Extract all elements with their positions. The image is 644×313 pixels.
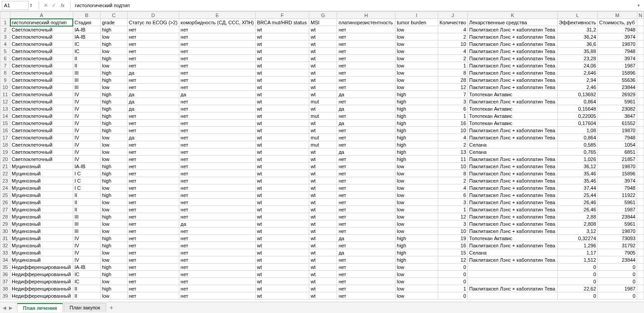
cell[interactable]: low	[395, 285, 438, 292]
add-sheet-button[interactable]: +	[107, 304, 116, 311]
cell[interactable]: high	[395, 105, 438, 112]
row-header[interactable]: 11	[0, 91, 10, 98]
cell[interactable]	[637, 278, 644, 285]
cell[interactable]	[637, 127, 644, 134]
cell[interactable]: low	[101, 228, 128, 235]
cell[interactable]	[637, 26, 644, 33]
cell[interactable]: 7	[438, 91, 468, 98]
row-header[interactable]: 1	[0, 19, 10, 26]
cell[interactable]: IV	[73, 249, 100, 256]
col-header-L[interactable]: L	[557, 12, 598, 19]
cell[interactable]: Недифференцированный	[10, 285, 73, 292]
cell[interactable]: Муцинозный	[10, 199, 73, 206]
cell[interactable]: 12	[438, 213, 468, 220]
cell[interactable]: 2,46	[557, 84, 598, 91]
cell[interactable]: Светлоклеточный	[10, 127, 73, 134]
cell[interactable]: wt	[255, 141, 309, 148]
cell[interactable]: low	[395, 192, 438, 199]
cell[interactable]: Светлоклеточный	[10, 69, 73, 76]
cell[interactable]: 1	[438, 206, 468, 213]
cell[interactable]	[637, 242, 644, 249]
cell[interactable]: mut	[309, 141, 337, 148]
cell[interactable]: Муцинозный	[10, 249, 73, 256]
cell[interactable]: high	[101, 26, 128, 33]
cell[interactable]: Светлоклеточный	[10, 120, 73, 127]
cell[interactable]: wt	[255, 40, 309, 48]
cell[interactable]: 8	[438, 170, 468, 177]
cell[interactable]: Селана	[468, 141, 558, 148]
cell[interactable]: Паклитаксел Лэнс + кабоплатин Тева	[468, 177, 558, 184]
col-header-K[interactable]: K	[468, 12, 558, 19]
cell[interactable]: 0,765	[557, 148, 598, 156]
cell[interactable]: нет	[179, 62, 255, 69]
cell[interactable]: high	[395, 112, 438, 120]
cell[interactable]: нет	[337, 228, 395, 235]
cell[interactable]: нет	[127, 170, 179, 177]
cell[interactable]: Паклитаксел Лэнс + кабоплатин Тева	[468, 33, 558, 40]
cell[interactable]: Светлоклеточный	[10, 156, 73, 163]
cell[interactable]: Светлоклеточный	[10, 112, 73, 120]
cell[interactable]: 13	[438, 148, 468, 156]
cell[interactable]	[637, 62, 644, 69]
cell[interactable]: 12	[438, 256, 468, 264]
cell[interactable]: high	[101, 112, 128, 120]
cell[interactable]: Паклитаксел Лэнс + кабоплатин Тева	[468, 184, 558, 192]
cell[interactable]: 15896	[598, 69, 637, 76]
cell[interactable]: IA-IB	[73, 26, 100, 33]
cell[interactable]: I C	[73, 184, 100, 192]
cell[interactable]: wt	[309, 249, 337, 256]
cell[interactable]: Муцинозный	[10, 163, 73, 170]
cell[interactable]: high	[101, 242, 128, 249]
row-header[interactable]: 21	[0, 163, 10, 170]
tab-nav-prev-icon[interactable]: ◀	[2, 305, 7, 310]
cell[interactable]: wt	[309, 26, 337, 33]
cell[interactable]: да	[337, 91, 395, 98]
cell[interactable]: wt	[309, 192, 337, 199]
cell[interactable]: low	[395, 84, 438, 91]
cell[interactable]: Недифференцированный	[10, 264, 73, 271]
cell[interactable]: нет	[337, 156, 395, 163]
cell[interactable]	[637, 256, 644, 264]
cell[interactable]: IV	[73, 120, 100, 127]
cell[interactable]: 36,24	[557, 33, 598, 40]
cell[interactable]: Недифференцированный	[10, 271, 73, 278]
cell[interactable]: нет	[179, 271, 255, 278]
cell[interactable]: Муцинозный	[10, 213, 73, 220]
cell[interactable]: Паклитаксел Лэнс + кабоплатин Тева	[468, 256, 558, 264]
cell[interactable]: да	[179, 91, 255, 98]
cell[interactable]: Паклитаксел Лэнс + кабоплатин Тева	[468, 48, 558, 55]
cell[interactable]	[637, 148, 644, 156]
cell[interactable]: 15896	[598, 170, 637, 177]
cell[interactable]: low	[395, 271, 438, 278]
cell[interactable]: нет	[337, 292, 395, 300]
cell[interactable]: wt	[309, 264, 337, 271]
cell[interactable]: нет	[127, 33, 179, 40]
cell[interactable]: wt	[309, 84, 337, 91]
cell[interactable]: 1	[438, 112, 468, 120]
cell[interactable]: 5961	[598, 98, 637, 105]
select-all-corner[interactable]	[0, 12, 10, 19]
cell[interactable]: low	[101, 33, 128, 40]
cell[interactable]: 4	[438, 26, 468, 33]
cell[interactable]: нет	[127, 26, 179, 33]
col-header-J[interactable]: J	[438, 12, 468, 19]
cell[interactable]: 1,512	[557, 256, 598, 264]
cell[interactable]: 15	[438, 249, 468, 256]
cell[interactable]: III	[73, 76, 100, 84]
cell[interactable]	[637, 91, 644, 98]
cell[interactable]: нет	[179, 40, 255, 48]
col-header-A[interactable]: A	[10, 12, 73, 19]
cell[interactable]: нет	[179, 163, 255, 170]
cell[interactable]: 19870	[598, 163, 637, 170]
cell[interactable]: 28	[438, 76, 468, 84]
row-header[interactable]: 25	[0, 192, 10, 199]
cell[interactable]: Паклитаксел Лэнс + кабоплатин Тева	[468, 26, 558, 33]
cell[interactable]	[637, 163, 644, 170]
cell[interactable]	[637, 156, 644, 163]
cell[interactable]: Недифференцированный	[10, 292, 73, 300]
cell[interactable]	[468, 292, 558, 300]
cell[interactable]: high	[395, 91, 438, 98]
row-header[interactable]: 38	[0, 285, 10, 292]
cell[interactable]: Светлоклеточный	[10, 98, 73, 105]
cell[interactable]: Паклитаксел Лэнс + кабоплатин Тева	[468, 213, 558, 220]
